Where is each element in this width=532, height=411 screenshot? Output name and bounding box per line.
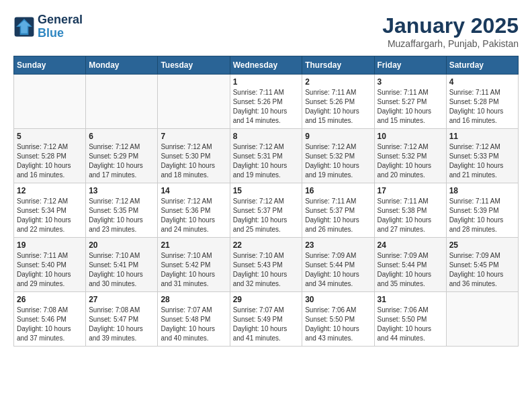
day-info: Sunrise: 7:10 AM Sunset: 5:42 PM Dayligh… (161, 251, 226, 289)
day-info: Sunrise: 7:12 AM Sunset: 5:35 PM Dayligh… (89, 197, 154, 234)
day-number: 19 (17, 240, 83, 250)
day-number: 20 (89, 240, 154, 250)
calendar-day-11: 11Sunrise: 7:12 AM Sunset: 5:33 PM Dayli… (446, 129, 518, 183)
day-info: Sunrise: 7:12 AM Sunset: 5:32 PM Dayligh… (305, 142, 371, 180)
calendar-day-27: 27Sunrise: 7:08 AM Sunset: 5:47 PM Dayli… (86, 292, 158, 347)
day-number: 15 (233, 186, 300, 195)
calendar-day-13: 13Sunrise: 7:12 AM Sunset: 5:35 PM Dayli… (86, 183, 158, 238)
page-header: General Blue January 2025 Muzaffargarh, … (13, 13, 519, 49)
calendar-day-16: 16Sunrise: 7:11 AM Sunset: 5:37 PM Dayli… (302, 183, 374, 238)
calendar-body: 1Sunrise: 7:11 AM Sunset: 5:26 PM Daylig… (14, 75, 519, 347)
day-number: 31 (378, 295, 443, 304)
calendar-day-20: 20Sunrise: 7:10 AM Sunset: 5:41 PM Dayli… (86, 238, 158, 292)
day-info: Sunrise: 7:12 AM Sunset: 5:37 PM Dayligh… (233, 197, 300, 234)
day-info: Sunrise: 7:11 AM Sunset: 5:28 PM Dayligh… (449, 88, 515, 126)
calendar-day-25: 25Sunrise: 7:09 AM Sunset: 5:45 PM Dayli… (446, 238, 518, 292)
day-info: Sunrise: 7:12 AM Sunset: 5:34 PM Dayligh… (17, 197, 83, 234)
day-number: 13 (89, 186, 154, 195)
calendar-day-23: 23Sunrise: 7:09 AM Sunset: 5:44 PM Dayli… (302, 238, 374, 292)
calendar-week-row: 19Sunrise: 7:11 AM Sunset: 5:40 PM Dayli… (14, 238, 519, 292)
day-info: Sunrise: 7:11 AM Sunset: 5:27 PM Dayligh… (378, 88, 443, 126)
day-number: 17 (378, 186, 443, 195)
calendar-day-2: 2Sunrise: 7:11 AM Sunset: 5:26 PM Daylig… (302, 75, 374, 129)
day-number: 9 (305, 132, 371, 141)
calendar-day-18: 18Sunrise: 7:11 AM Sunset: 5:39 PM Dayli… (446, 183, 518, 238)
logo: General Blue (13, 13, 83, 40)
calendar-day-31: 31Sunrise: 7:06 AM Sunset: 5:50 PM Dayli… (374, 292, 446, 347)
day-number: 24 (378, 240, 443, 250)
calendar-empty-cell (14, 75, 86, 129)
calendar-table: SundayMondayTuesdayWednesdayThursdayFrid… (13, 56, 519, 347)
calendar-day-17: 17Sunrise: 7:11 AM Sunset: 5:38 PM Dayli… (374, 183, 446, 238)
day-info: Sunrise: 7:11 AM Sunset: 5:39 PM Dayligh… (449, 197, 515, 234)
weekday-header-thursday: Thursday (302, 56, 374, 75)
day-number: 3 (378, 77, 443, 87)
day-info: Sunrise: 7:09 AM Sunset: 5:45 PM Dayligh… (449, 251, 515, 289)
day-number: 22 (233, 240, 300, 250)
calendar-day-21: 21Sunrise: 7:10 AM Sunset: 5:42 PM Dayli… (158, 238, 230, 292)
title-block: January 2025 Muzaffargarh, Punjab, Pakis… (382, 13, 519, 49)
calendar-day-22: 22Sunrise: 7:10 AM Sunset: 5:43 PM Dayli… (230, 238, 302, 292)
calendar-day-10: 10Sunrise: 7:12 AM Sunset: 5:32 PM Dayli… (374, 129, 446, 183)
day-info: Sunrise: 7:12 AM Sunset: 5:32 PM Dayligh… (378, 142, 443, 180)
day-info: Sunrise: 7:12 AM Sunset: 5:29 PM Dayligh… (89, 142, 154, 180)
day-number: 6 (89, 132, 154, 141)
calendar-day-12: 12Sunrise: 7:12 AM Sunset: 5:34 PM Dayli… (14, 183, 86, 238)
day-number: 1 (233, 77, 300, 87)
day-number: 5 (17, 132, 83, 141)
day-info: Sunrise: 7:11 AM Sunset: 5:26 PM Dayligh… (233, 88, 300, 126)
day-number: 25 (449, 240, 515, 250)
day-number: 27 (89, 295, 154, 304)
calendar-day-3: 3Sunrise: 7:11 AM Sunset: 5:27 PM Daylig… (374, 75, 446, 129)
day-info: Sunrise: 7:10 AM Sunset: 5:43 PM Dayligh… (233, 251, 300, 289)
day-number: 29 (233, 295, 300, 304)
calendar-day-15: 15Sunrise: 7:12 AM Sunset: 5:37 PM Dayli… (230, 183, 302, 238)
calendar-day-29: 29Sunrise: 7:07 AM Sunset: 5:49 PM Dayli… (230, 292, 302, 347)
logo-icon (13, 16, 35, 38)
weekday-header-wednesday: Wednesday (230, 56, 302, 75)
calendar-day-6: 6Sunrise: 7:12 AM Sunset: 5:29 PM Daylig… (86, 129, 158, 183)
day-info: Sunrise: 7:10 AM Sunset: 5:41 PM Dayligh… (89, 251, 154, 289)
day-number: 21 (161, 240, 226, 250)
calendar-day-9: 9Sunrise: 7:12 AM Sunset: 5:32 PM Daylig… (302, 129, 374, 183)
day-info: Sunrise: 7:06 AM Sunset: 5:50 PM Dayligh… (305, 306, 371, 343)
day-info: Sunrise: 7:09 AM Sunset: 5:44 PM Dayligh… (378, 251, 443, 289)
day-number: 7 (161, 132, 226, 141)
calendar-day-8: 8Sunrise: 7:12 AM Sunset: 5:31 PM Daylig… (230, 129, 302, 183)
calendar-day-7: 7Sunrise: 7:12 AM Sunset: 5:30 PM Daylig… (158, 129, 230, 183)
day-info: Sunrise: 7:08 AM Sunset: 5:46 PM Dayligh… (17, 306, 83, 343)
day-info: Sunrise: 7:06 AM Sunset: 5:50 PM Dayligh… (378, 306, 443, 343)
day-number: 30 (305, 295, 371, 304)
calendar-week-row: 5Sunrise: 7:12 AM Sunset: 5:28 PM Daylig… (14, 129, 519, 183)
day-number: 11 (449, 132, 515, 141)
calendar-day-26: 26Sunrise: 7:08 AM Sunset: 5:46 PM Dayli… (14, 292, 86, 347)
day-info: Sunrise: 7:12 AM Sunset: 5:28 PM Dayligh… (17, 142, 83, 180)
calendar-subtitle: Muzaffargarh, Punjab, Pakistan (382, 38, 519, 49)
calendar-day-14: 14Sunrise: 7:12 AM Sunset: 5:36 PM Dayli… (158, 183, 230, 238)
calendar-empty-cell (446, 292, 518, 347)
calendar-header: SundayMondayTuesdayWednesdayThursdayFrid… (14, 56, 519, 75)
weekday-header-sunday: Sunday (14, 56, 86, 75)
day-info: Sunrise: 7:09 AM Sunset: 5:44 PM Dayligh… (305, 251, 371, 289)
calendar-day-30: 30Sunrise: 7:06 AM Sunset: 5:50 PM Dayli… (302, 292, 374, 347)
day-number: 12 (17, 186, 83, 195)
day-info: Sunrise: 7:11 AM Sunset: 5:40 PM Dayligh… (17, 251, 83, 289)
day-info: Sunrise: 7:08 AM Sunset: 5:47 PM Dayligh… (89, 306, 154, 343)
day-info: Sunrise: 7:07 AM Sunset: 5:49 PM Dayligh… (233, 306, 300, 343)
weekday-header-tuesday: Tuesday (158, 56, 230, 75)
day-number: 26 (17, 295, 83, 304)
calendar-day-1: 1Sunrise: 7:11 AM Sunset: 5:26 PM Daylig… (230, 75, 302, 129)
day-number: 23 (305, 240, 371, 250)
day-info: Sunrise: 7:07 AM Sunset: 5:48 PM Dayligh… (161, 306, 226, 343)
calendar-week-row: 1Sunrise: 7:11 AM Sunset: 5:26 PM Daylig… (14, 75, 519, 129)
day-info: Sunrise: 7:12 AM Sunset: 5:30 PM Dayligh… (161, 142, 226, 180)
day-number: 28 (161, 295, 226, 304)
weekday-header-saturday: Saturday (446, 56, 518, 75)
calendar-empty-cell (86, 75, 158, 129)
calendar-empty-cell (158, 75, 230, 129)
calendar-week-row: 12Sunrise: 7:12 AM Sunset: 5:34 PM Dayli… (14, 183, 519, 238)
day-number: 14 (161, 186, 226, 195)
day-number: 10 (378, 132, 443, 141)
calendar-title: January 2025 (382, 13, 519, 38)
calendar-day-24: 24Sunrise: 7:09 AM Sunset: 5:44 PM Dayli… (374, 238, 446, 292)
